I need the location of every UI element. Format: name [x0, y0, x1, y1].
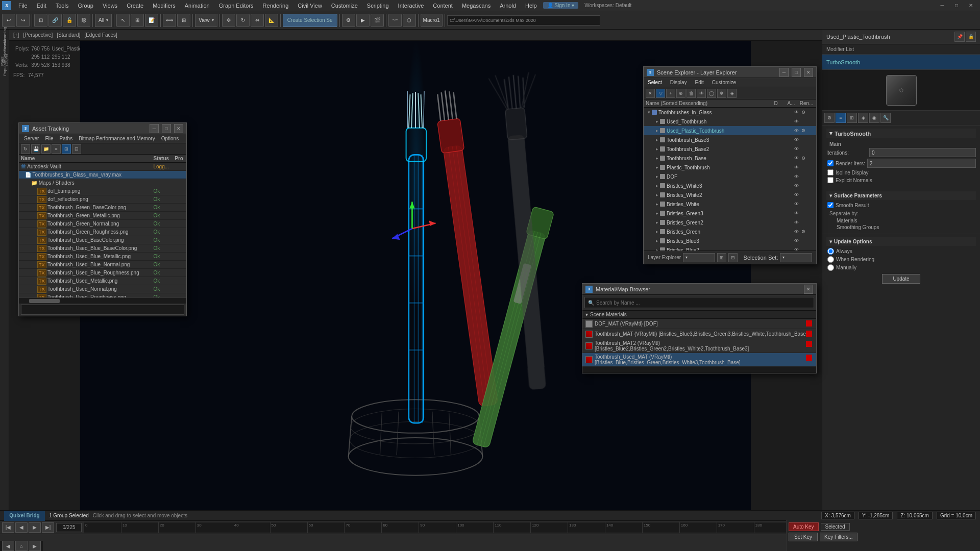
se-expand-icon[interactable]: ▸	[656, 229, 658, 234]
asset-row[interactable]: TX Toothbrush_Used_Metallic.png Ok	[19, 277, 186, 285]
asset-tracking-minimize[interactable]: ─	[150, 124, 159, 133]
selection-set-dropdown[interactable]	[780, 253, 812, 262]
scene-explorer-row[interactable]: ▾ Toothbrushes_in_Glass 👁 ⚙	[644, 108, 816, 117]
asset-row[interactable]: TX Toothbrush_Used_Roughness.png Ok	[19, 293, 186, 298]
menu-arnold[interactable]: Arnold	[496, 2, 520, 10]
play-btn[interactable]: ▶	[29, 522, 41, 533]
layer-explorer-dropdown[interactable]	[683, 253, 715, 262]
move-button[interactable]: ✥	[222, 14, 235, 27]
prev-key-btn[interactable]: |◀	[2, 522, 14, 533]
se-gear-btn[interactable]: ⚙	[800, 127, 807, 134]
se-vis-btn[interactable]: 👁	[793, 145, 800, 153]
se-vis-btn[interactable]: 👁	[793, 164, 800, 171]
at-tree-view-btn[interactable]: ⊞	[62, 144, 71, 154]
asset-row[interactable]: TX Toothbrush_Used_Blue_BaseColor.png Ok	[19, 244, 186, 253]
section-collapse-icon[interactable]: ▾	[829, 130, 832, 137]
se-expand-icon[interactable]: ▸	[656, 146, 658, 152]
se-menu-edit[interactable]: Edit	[693, 80, 706, 85]
update-button[interactable]: Update	[882, 274, 920, 284]
se-expand-icon[interactable]: ▸	[656, 183, 658, 188]
menu-modifiers[interactable]: Modifiers	[149, 2, 180, 10]
mirror-button[interactable]: ⟺	[163, 14, 176, 27]
key-filters-button[interactable]: Key Filters...	[820, 533, 857, 541]
se-vis-btn[interactable]: 👁	[793, 210, 800, 217]
minimize-button[interactable]: ─	[935, 0, 949, 11]
se-vis-btn[interactable]: 👁	[793, 173, 800, 180]
se-expand-icon[interactable]: ▸	[656, 220, 658, 225]
at-save-btn[interactable]: 💾	[31, 144, 40, 154]
scene-explorer-row[interactable]: ▸ Plastic_Toothbrush 👁	[644, 163, 816, 172]
quick-render-button[interactable]: ▶	[356, 14, 370, 27]
close-button[interactable]: ✕	[964, 0, 978, 11]
se-vis-btn[interactable]: 👁	[793, 219, 800, 226]
at-list-view-btn[interactable]: ≡	[52, 144, 61, 154]
always-radio[interactable]	[827, 248, 834, 255]
se-gear-btn[interactable]: ⚙	[800, 228, 807, 235]
schematic-button[interactable]: ⬡	[403, 14, 416, 27]
se-vis-btn[interactable]: 👁	[793, 237, 800, 244]
scene-explorer-row[interactable]: ▸ Toothbrush_Base3 👁	[644, 135, 816, 144]
material-row[interactable]: Toothbrush_MAT2 (VRayMtl) [Bristles_Blue…	[582, 339, 816, 353]
material-browser-scrollbar[interactable]	[582, 367, 816, 373]
menu-help[interactable]: Help	[521, 2, 541, 10]
se-footer-icon2[interactable]: ⊟	[728, 253, 738, 262]
maximize-button[interactable]: □	[949, 0, 964, 11]
asset-row[interactable]: 📁 Maps / Shaders	[19, 179, 186, 187]
asset-row[interactable]: TX Toothbrush_Used_Normal.png Ok	[19, 285, 186, 293]
scene-explorer-minimize[interactable]: ─	[779, 68, 789, 77]
asset-row[interactable]: TX dof_bump.png Ok	[19, 187, 186, 195]
scene-explorer-row[interactable]: ▸ DOF 👁	[644, 172, 816, 181]
render-iters-check[interactable]	[827, 160, 834, 166]
se-expand-icon[interactable]: ▸	[656, 192, 658, 197]
at-search-input[interactable]	[23, 307, 182, 313]
select-button[interactable]: ↖	[116, 14, 130, 27]
menu-scripting[interactable]: Scripting	[363, 2, 393, 10]
asset-row[interactable]: TX Toothbrush_Green_Normal.png Ok	[19, 220, 186, 228]
viewport-perspective-btn[interactable]: [Perspective]	[23, 32, 53, 38]
se-expand-icon[interactable]: ▸	[656, 202, 658, 207]
asset-row[interactable]: 📄 Toothbrushes_in_Glass_max_vray.max	[19, 171, 186, 179]
sign-in-button[interactable]: 👤 Sign In ▾	[543, 2, 579, 9]
se-filter-btn[interactable]: ▽	[656, 89, 665, 98]
scale-button[interactable]: ⇔	[251, 14, 264, 27]
se-vis-btn[interactable]: 👁	[793, 136, 800, 143]
se-freeze-btn[interactable]: ❄	[717, 89, 726, 98]
select-object-button[interactable]: ⊡	[34, 14, 47, 27]
rect-select-button[interactable]: ⊞	[131, 14, 144, 27]
render-iters-value[interactable]: 2	[867, 159, 976, 168]
material-row[interactable]: Toothbrush_Used_MAT (VRayMtl) [Bristles_…	[582, 353, 816, 367]
se-add-layer-btn[interactable]: +	[666, 89, 675, 98]
bind-button[interactable]: ⛓	[77, 14, 90, 27]
material-browser-close[interactable]: ✕	[804, 285, 813, 294]
at-menu-file[interactable]: File	[42, 136, 56, 141]
material-search-input[interactable]	[596, 300, 811, 306]
se-expand-icon[interactable]: ▸	[656, 174, 658, 179]
scene-materials-header[interactable]: ▾ Scene Materials	[582, 310, 816, 319]
se-close-btn[interactable]: ✕	[646, 89, 655, 98]
menu-megascans[interactable]: Megascans	[458, 2, 495, 10]
se-expand-icon[interactable]: ▸	[656, 156, 658, 161]
se-footer-icon1[interactable]: ⊞	[717, 253, 726, 262]
menu-views[interactable]: Views	[99, 2, 121, 10]
se-expand-icon[interactable]: ▸	[656, 211, 658, 216]
list-icon[interactable]: ≡	[836, 113, 846, 123]
iterations-value[interactable]: 0	[869, 148, 976, 157]
menu-animation[interactable]: Animation	[181, 2, 214, 10]
autokey-button[interactable]: Auto Key	[789, 522, 819, 531]
se-expand-icon[interactable]: ▸	[656, 137, 658, 142]
align-button[interactable]: ⊞	[177, 14, 190, 27]
se-expand-icon[interactable]: ▸	[656, 165, 658, 170]
se-expand-icon[interactable]: ▸	[656, 128, 658, 133]
navigate-home-btn[interactable]: ⌂	[15, 541, 28, 551]
se-hide-all-btn[interactable]: ◯	[707, 89, 716, 98]
scene-explorer-row[interactable]: ▸ Bristles_Green2 👁	[644, 218, 816, 227]
rotate-button[interactable]: ↻	[236, 14, 250, 27]
name-select-button[interactable]: 📝	[145, 14, 158, 27]
menu-create[interactable]: Create	[122, 2, 148, 10]
isoline-checkbox[interactable]	[827, 169, 834, 176]
smooth-result-checkbox[interactable]	[827, 202, 834, 208]
prev-frame-btn[interactable]: ◀	[15, 522, 28, 533]
menu-interactive[interactable]: Interactive	[394, 2, 428, 10]
surface-collapse-icon[interactable]: ▾	[829, 193, 832, 198]
setkey-button[interactable]: Set Key	[789, 533, 818, 541]
